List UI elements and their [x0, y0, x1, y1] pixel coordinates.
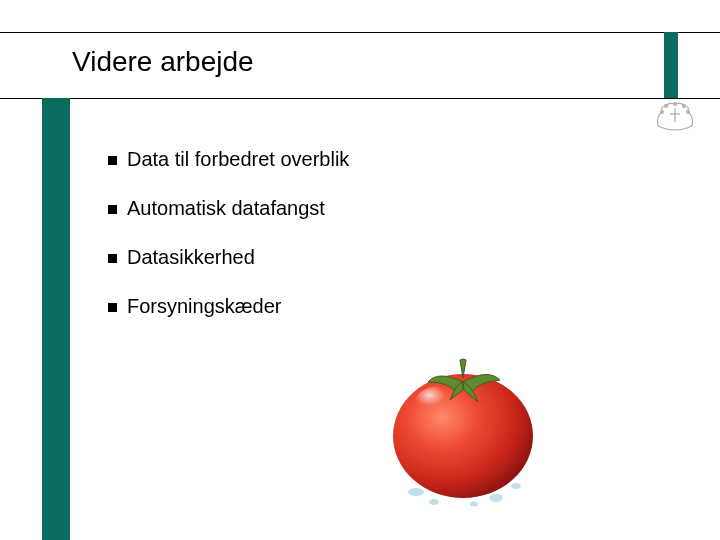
svg-point-9 [408, 488, 424, 496]
list-item: Automatisk datafangst [108, 197, 600, 220]
bullet-text: Forsyningskæder [127, 295, 282, 318]
top-rule [0, 32, 720, 33]
left-accent-bar [42, 98, 70, 540]
svg-point-11 [489, 494, 503, 502]
bullet-text: Automatisk datafangst [127, 197, 325, 220]
bullet-icon [108, 254, 117, 263]
bullet-icon [108, 205, 117, 214]
list-item: Forsyningskæder [108, 295, 600, 318]
crown-logo-icon [652, 100, 698, 136]
svg-point-13 [470, 502, 478, 507]
list-item: Datasikkerhed [108, 246, 600, 269]
tomato-image [378, 352, 548, 512]
svg-point-12 [511, 483, 521, 489]
mid-rule [0, 98, 720, 99]
svg-point-7 [393, 374, 533, 498]
slide-title: Videre arbejde [72, 46, 254, 78]
ministry-vertical-text: Ministeriet for Fødevarer, Landbrug og F… [707, 504, 718, 540]
right-accent-bar [664, 32, 678, 98]
bullet-list: Data til forbedret overblik Automatisk d… [108, 148, 600, 344]
bullet-icon [108, 156, 117, 165]
bullet-text: Data til forbedret overblik [127, 148, 349, 171]
slide: Videre arbejde Ministeriet for Fødevarer… [0, 0, 720, 540]
bullet-text: Datasikkerhed [127, 246, 255, 269]
svg-point-10 [429, 499, 439, 505]
bullet-icon [108, 303, 117, 312]
list-item: Data til forbedret overblik [108, 148, 600, 171]
